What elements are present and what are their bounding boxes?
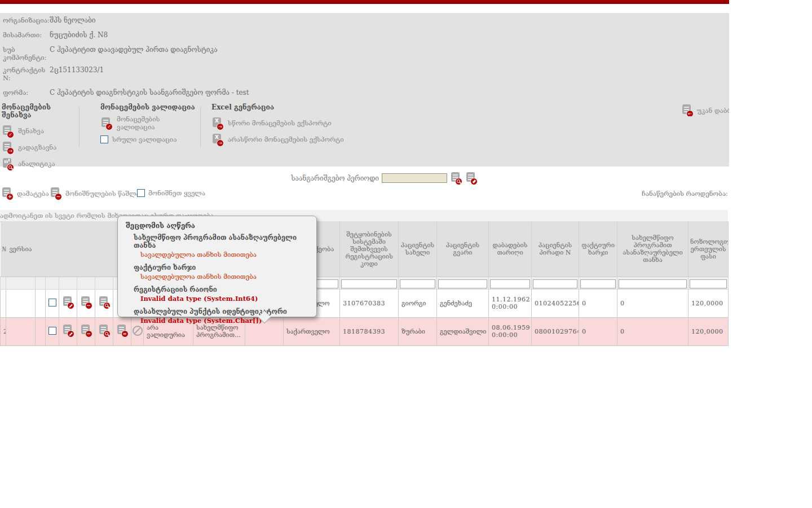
col-header-empty [36,222,46,277]
filter-input-nosology-price[interactable] [690,279,727,288]
view-row-icon[interactable] [98,325,111,336]
records-count: ჩანაწერების რაოდენობა: [642,189,729,198]
add-button[interactable]: დამატება [1,187,49,199]
validate-icon [100,117,113,129]
filter-input-reg-code[interactable] [341,279,397,288]
report-period-search: საანგარიშგებო პერიოდი [285,172,478,184]
row-actual-cost: 0 [579,289,617,317]
divider [200,107,201,147]
col-header-actual-cost[interactable]: ფაქტიური ხარჯი [579,222,617,277]
delete-selected-label: მონიშნულების წაშლა [65,190,140,198]
error-tooltip: შეცდომის აღწერა სახელმწიფო პროგრამით ასა… [117,216,317,317]
filter-input-last-name[interactable] [438,279,487,288]
validation-group-title: მონაცემების ვალიდაცია [100,103,199,111]
row-personal-no: 08001029764 [532,317,579,345]
info-panel: ორგანიზაცია: შპს ნეოლაბი მისამართი: ნუცუ… [0,13,729,167]
send-button[interactable]: გადაგზავნა [2,141,78,154]
form-value: C ჰეპატიტის დიაგნოსტიკის საანგარიშგებო ფ… [50,89,249,97]
row-first-name: ზურაბი [399,317,437,345]
error-field: დასახლებული პუნქტის იდენტიფიკატორი [134,308,316,316]
export-invalid-button[interactable]: არასწორი მონაცემების ექსპორტი [211,133,347,146]
organization-label: ორგანიზაცია: [3,16,50,25]
row-program-amount: 0 [617,289,689,317]
subcomponent-value: C ჰეპატიტით დაავადებულ პირთა დიაგნოსტიკა [50,46,217,62]
error-field: სახელმწიფო პროგრამით ასანაზღაურებელი თან… [134,234,316,249]
col-header-nosology-price[interactable]: ნოზოლოგიური ერთეულის ფასი [689,222,729,277]
save-icon [2,125,14,137]
delete-selected-button[interactable]: მონიშნულების წაშლა [50,187,140,199]
row-first-name: გიორგი [399,289,437,317]
save-group: მონაცემების შენახვა შენახვა გადაგზავნა ა… [2,103,78,173]
filter-input-program-amount[interactable] [619,279,687,288]
filter-input-actual-cost[interactable] [580,279,616,288]
select-all-checkbox[interactable] [137,189,145,197]
error-message: Invalid data type (System.Int64) [140,295,316,303]
full-validation-checkbox[interactable] [100,135,108,143]
row-no [1,289,6,317]
add-icon [1,187,14,199]
report-period-input[interactable] [382,173,447,183]
edit-row-icon[interactable] [62,296,74,308]
row-personal-no: 01024052256 [532,289,579,317]
back-button[interactable]: უკან დაბრუნება [681,104,729,116]
col-header-last-name[interactable]: პაციენტის გვარი [437,222,489,277]
row-birth-date: 08.06.1959 0:00:00 [489,317,532,345]
error-tooltip-title: შეცდომის აღწერა [126,222,316,230]
export-valid-button[interactable]: სწორი მონაცემების ექსპორტი [211,116,347,130]
error-message: სავალდებულოა თანხის მითითება [140,273,316,281]
save-button[interactable]: შენახვა [2,124,78,138]
row-errors-icon[interactable] [116,325,129,336]
delete-row-icon[interactable] [80,325,92,336]
col-header-checkbox [46,222,59,277]
save-label: შენახვა [18,127,44,135]
col-header-version[interactable]: ვერსია [6,222,36,277]
add-label: დამატება [17,190,49,198]
col-header-reg-code[interactable]: შეტყობინების სისტემაში შემთხვევის რეგისტ… [340,222,399,277]
clear-filter-icon[interactable] [465,172,478,184]
select-all-option: მონიშნეთ ყველა [137,189,205,197]
col-header-personal-no[interactable]: პაციენტის პირადი N [532,222,579,277]
col-header-first-name[interactable]: პაციენტის სახელი [399,222,437,277]
excel-export-icon [211,134,224,146]
col-header-no[interactable]: № [1,222,6,277]
actions-row: დამატება მონიშნულების წაშლა მონიშნეთ ყვე… [0,187,729,202]
address-label: მისამართი: [3,31,50,40]
row-nosology-price: 120,0000 [689,317,729,345]
row-checkbox[interactable] [48,299,56,306]
col-header-birth-date[interactable]: დაბადების თარიღი [489,222,532,277]
row-reg-code: 1818784393 [340,317,399,345]
send-label: გადაგზავნა [18,143,56,151]
analytics-button[interactable]: ანალიტიკა [2,157,78,170]
delete-row-icon[interactable] [80,296,92,308]
table-row-invalid: 2 არა ვალიდურია სახელმწიფო პროგრამით... … [1,317,729,345]
validate-button[interactable]: მონაცემების ვალიდაცია [100,116,199,130]
full-validation-option: სრული ვალიდაცია [100,133,199,146]
validate-label: მონაცემების ვალიდაცია [117,115,199,131]
row-version [6,317,36,345]
filter-input-birth-date[interactable] [490,279,530,288]
row-last-name: გენძეხაძე [437,289,489,317]
data-grid: გადმოიტანეთ ის სვეტი რომლის მიხედვითაც გ… [0,210,728,346]
filter-input-first-name[interactable] [400,279,435,288]
grid-group-bar: გადმოიტანეთ ის სვეტი რომლის მიხედვითაც გ… [0,210,728,222]
view-row-icon[interactable] [98,296,111,308]
select-all-label: მონიშნეთ ყველა [148,189,205,197]
row-birth-date: 11.12.1962 0:00:00 [489,289,532,317]
error-field: რეგისტრაციის რაიონი [134,286,316,294]
edit-row-icon[interactable] [62,325,74,336]
organization-value: შპს ნეოლაბი [50,16,96,25]
contract-value: 2ც151133023/1 [50,66,104,82]
col-header-delete [77,222,95,277]
table-row: საქართველო 3107670383 გიორგი გენძეხაძე 1… [1,289,729,317]
row-checkbox[interactable] [48,327,56,335]
col-header-view [95,222,113,277]
info-row-form: ფორმა: C ჰეპატიტის დიაგნოსტიკის საანგარი… [3,89,510,97]
full-validation-label: სრული ვალიდაცია [112,135,176,143]
filter-input-personal-no[interactable] [533,279,577,288]
search-icon[interactable] [450,172,462,184]
col-header-program-amount[interactable]: სახელმწიფო პროგრამით ასანაზღაურებელი თან… [617,222,689,277]
row-nosology-price: 120,0000 [689,289,729,317]
export-invalid-label: არასწორი მონაცემების ექსპორტი [228,135,344,143]
error-message: სავალდებულოა თანხის მითითება [140,251,316,259]
subcomponent-label: სუბ კომპონენტი: [3,46,50,62]
